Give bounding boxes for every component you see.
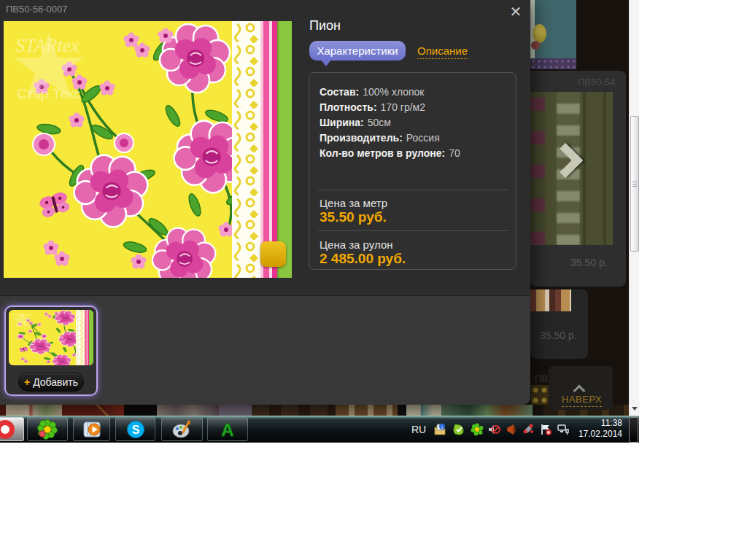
spec-value: 100% хлопок (363, 86, 424, 98)
price-per-roll-label: Цена за рулон (320, 238, 393, 251)
action-center-flag-icon[interactable] (539, 423, 552, 436)
variants-strip: +Добавить (0, 295, 530, 405)
background-fabric-hem (530, 58, 576, 69)
background-fruit-motif-small (531, 41, 540, 50)
product-modal: ПВ50-56-0007 ✕ Пион Характеристики Описа… (0, 0, 530, 405)
network-icon[interactable] (557, 423, 570, 436)
zoom-in-button[interactable] (260, 241, 286, 267)
next-image-arrow[interactable] (553, 148, 578, 173)
spec-label: Кол-во метров в рулоне: (320, 147, 445, 159)
variant-thumbnail-image[interactable] (9, 310, 93, 365)
language-indicator[interactable]: RU (411, 424, 426, 435)
spec-row: Производитель:Россия (320, 132, 440, 144)
spec-label: Ширина: (320, 117, 364, 128)
desktop: ПВ50-54 35.50 р. 35.50 р. ПВ50-45 НАВЕРХ (0, 0, 747, 560)
spec-row: Ширина:50см (320, 117, 391, 128)
letter-a-icon: A (217, 419, 238, 440)
browser-scrollbar[interactable] (629, 0, 639, 416)
opera-icon (0, 420, 15, 439)
skype-letter: S (131, 424, 139, 436)
volume-muted-icon[interactable] (487, 423, 500, 436)
spec-label: Состав: (320, 86, 359, 98)
product-code: ПВ50-56-0007 (6, 4, 68, 15)
spec-value: Россия (406, 132, 440, 144)
horn-speaker-icon[interactable] (505, 423, 518, 436)
tulip-pattern (530, 92, 545, 245)
arrow-down-icon (632, 407, 638, 411)
fabric-thumbnail (9, 310, 93, 365)
spec-row: Состав:100% хлопок (320, 86, 425, 98)
spec-row: Плотность:170 гр/м2 (320, 101, 425, 113)
plus-icon: + (24, 376, 30, 388)
scrollbar-thumb[interactable] (630, 116, 639, 252)
fabric-image (4, 21, 292, 278)
device-status-icon[interactable] (522, 423, 535, 436)
icq-icon (37, 419, 58, 440)
taskbar-button-icq[interactable] (27, 417, 68, 441)
taskbar-button-media-player[interactable] (73, 417, 110, 441)
aimp-letter: A (221, 420, 233, 440)
product-card-pv50-54[interactable]: ПВ50-54 35.50 р. (530, 71, 626, 287)
media-player-icon (82, 419, 102, 440)
product-photo[interactable] (4, 21, 292, 278)
scrollbar-down-button[interactable] (630, 402, 640, 414)
add-to-cart-button[interactable]: +Добавить (18, 372, 84, 392)
skype-icon: S (125, 419, 146, 440)
paint-palette-icon (171, 419, 193, 440)
product-card-title: ПВ50-54 (578, 77, 615, 88)
fabric-stripe (583, 92, 586, 245)
spec-label: Производитель: (320, 132, 403, 144)
update-info-icon[interactable]: i (433, 423, 446, 436)
clock[interactable]: 11:38 17.02.2014 (570, 418, 622, 440)
divider (318, 190, 508, 190)
product-card-price: 35.50 р. (570, 257, 608, 268)
spec-value: 70 (449, 147, 460, 159)
taskbar: S A RU (0, 416, 639, 443)
show-desktop-button[interactable] (629, 417, 638, 443)
add-button-label: Добавить (33, 376, 78, 388)
specs-panel: Состав:100% хлопок Плотность:170 гр/м2 Ш… (309, 72, 516, 270)
price-per-meter-label: Цена за метр (320, 197, 387, 209)
svg-text:i: i (441, 424, 443, 430)
tray-date: 17.02.2014 (570, 429, 622, 440)
variant-thumbnail-card[interactable]: +Добавить (4, 306, 98, 396)
product-card-lower[interactable]: 35.50 р. (530, 289, 588, 359)
product-card-price: 35.50 р. (540, 330, 577, 341)
back-to-top-widget[interactable]: НАВЕРХ (549, 366, 613, 410)
antivirus-check-icon[interactable] (452, 423, 465, 436)
spec-row: Кол-во метров в рулоне:70 (320, 147, 460, 159)
spec-value: 50см (368, 117, 391, 128)
spec-value: 170 гр/м2 (381, 101, 425, 113)
browser-screen: ПВ50-54 35.50 р. 35.50 р. ПВ50-45 НАВЕРХ (0, 0, 639, 443)
fabric-stripe (603, 92, 606, 245)
scrollbar-grip (632, 181, 637, 187)
fabric-thumbnail-strip (0, 405, 629, 416)
divider (318, 230, 508, 231)
taskbar-button-skype[interactable]: S (115, 417, 155, 441)
taskbar-button-aimp[interactable]: A (207, 417, 248, 441)
price-per-meter-value: 35.50 руб. (320, 209, 387, 225)
tray-time: 11:38 (570, 418, 622, 429)
product-card-image (530, 289, 571, 311)
tab-description[interactable]: Описание (417, 44, 468, 59)
magnifier-plus-icon (260, 241, 292, 278)
taskbar-button-opera[interactable] (0, 417, 24, 441)
tab-characteristics[interactable]: Характеристики (309, 41, 406, 61)
back-to-top-link[interactable]: НАВЕРХ (562, 394, 602, 407)
icq-tray-icon[interactable] (471, 423, 484, 436)
price-per-roll-value: 2 485.00 руб. (320, 251, 406, 267)
taskbar-button-paint[interactable] (161, 417, 203, 441)
spec-label: Плотность: (320, 101, 377, 113)
chevron-right-icon (548, 143, 583, 178)
close-icon[interactable]: ✕ (507, 3, 525, 20)
product-title: Пион (309, 18, 341, 34)
